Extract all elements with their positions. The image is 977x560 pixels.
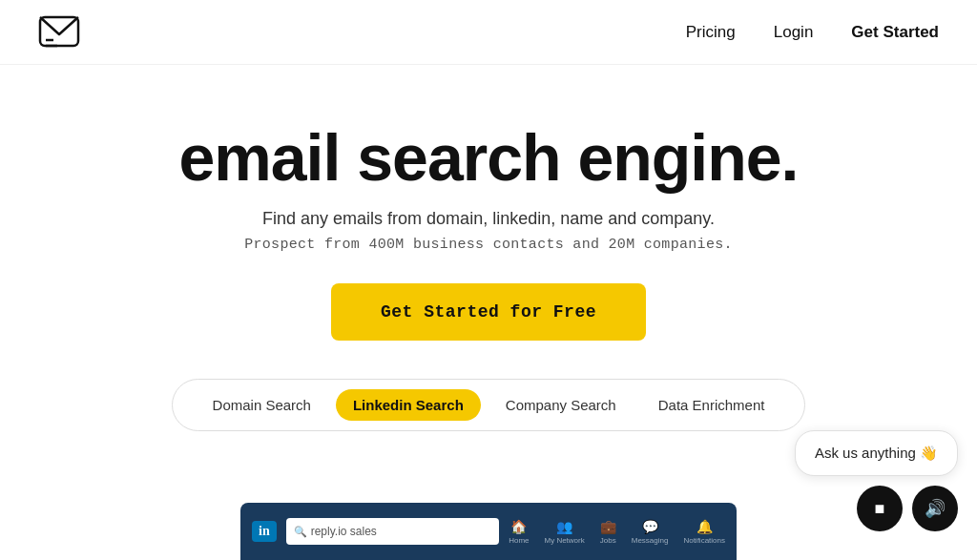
tab-domain-search[interactable]: Domain Search [196,389,328,421]
close-icon: ■ [875,499,885,519]
li-nav-messaging-label: Messaging [632,536,669,545]
cta-button[interactable]: Get Started for Free [331,283,646,341]
li-nav-messaging: 💬 Messaging [632,519,669,545]
hero-section: email search engine. Find any emails fro… [0,65,977,341]
messaging-icon: 💬 [642,519,658,534]
chat-widget: Ask us anything 👋 ■ 🔊 [795,430,958,531]
chat-buttons: ■ 🔊 [857,486,958,531]
chat-close-button[interactable]: ■ [857,486,903,531]
tabs-section: Domain Search Linkedin Search Company Se… [0,379,977,431]
jobs-icon: 💼 [600,519,616,534]
linkedin-search-text: reply.io sales [311,525,377,538]
logo[interactable] [38,13,80,52]
tab-linkedin-search[interactable]: Linkedin Search [336,389,481,421]
li-nav-notifications: 🔔 Notifications [683,519,725,545]
li-nav-network: 👥 My Network [545,519,585,545]
linkedin-badge: in [252,521,277,542]
chat-sound-button[interactable]: 🔊 [912,486,958,531]
linkedin-search-bar: 🔍 reply.io sales [286,518,499,545]
home-icon: 🏠 [510,519,527,534]
network-icon: 👥 [556,519,572,534]
sound-icon: 🔊 [925,498,946,519]
linkedin-nav: 🏠 Home 👥 My Network 💼 Jobs 💬 Messaging 🔔… [509,519,725,545]
tab-data-enrichment[interactable]: Data Enrichment [641,389,782,421]
header: Pricing Login Get Started [0,0,977,65]
li-nav-home: 🏠 Home [509,519,529,545]
tab-company-search[interactable]: Company Search [488,389,634,421]
li-nav-notifications-label: Notifications [683,536,725,545]
li-nav-home-label: Home [509,536,529,545]
bottom-preview: in 🔍 reply.io sales 🏠 Home 👥 My Network … [240,503,737,560]
hero-title: email search engine. [179,122,799,194]
li-nav-jobs: 💼 Jobs [600,519,616,545]
li-nav-network-label: My Network [545,536,585,545]
li-nav-jobs-label: Jobs [600,536,616,545]
chat-bubble: Ask us anything 👋 [795,430,958,476]
tabs-container: Domain Search Linkedin Search Company Se… [172,379,806,431]
nav-get-started[interactable]: Get Started [851,23,939,42]
nav-pricing[interactable]: Pricing [686,23,736,42]
main-nav: Pricing Login Get Started [686,23,939,42]
nav-login[interactable]: Login [774,23,814,42]
hero-subtext: Prospect from 400M business contacts and… [244,237,733,253]
hero-subtitle: Find any emails from domain, linkedin, n… [262,209,715,229]
notifications-icon: 🔔 [696,519,713,534]
